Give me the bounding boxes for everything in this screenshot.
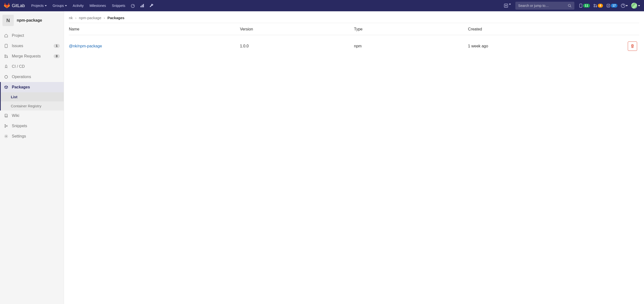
- svg-point-14: [5, 57, 6, 58]
- project-avatar: N: [2, 15, 14, 26]
- sidebar-item-issues[interactable]: Issues 1: [0, 41, 64, 51]
- chevron-right-icon: ›: [75, 16, 76, 20]
- svg-rect-10: [607, 4, 610, 7]
- todos-counter[interactable]: 17: [606, 4, 618, 7]
- project-name: npm-package: [17, 18, 42, 23]
- nav-snippets-label: Snippets: [112, 4, 125, 7]
- sidebar-item-merge-requests[interactable]: Merge Requests 0: [0, 51, 64, 61]
- sidebar-item-packages[interactable]: Packages: [0, 82, 64, 92]
- issues-count-badge: 1: [54, 44, 60, 48]
- chevron-down-icon: [626, 5, 628, 6]
- breadcrumb: nk › npm-package › Packages: [69, 16, 639, 23]
- top-navbar: GitLab Projects Groups Activity Mileston…: [0, 0, 644, 11]
- nav-projects[interactable]: Projects: [29, 2, 49, 9]
- search-icon: [568, 4, 572, 7]
- svg-rect-6: [580, 4, 582, 7]
- book-icon: [4, 114, 8, 118]
- nav-milestones-label: Milestones: [90, 4, 106, 7]
- svg-point-7: [594, 4, 595, 5]
- delete-button[interactable]: [628, 41, 637, 51]
- main-content: nk › npm-package › Packages Name Version…: [64, 11, 644, 304]
- sidebar-item-settings[interactable]: Settings: [0, 131, 64, 142]
- gitlab-logo-icon: [4, 3, 10, 8]
- todos-badge: 17: [611, 4, 618, 7]
- operations-icon: [4, 75, 8, 79]
- package-icon: [4, 85, 8, 89]
- gear-icon: [4, 134, 8, 139]
- col-type: Type: [354, 23, 468, 35]
- svg-point-19: [6, 136, 7, 137]
- admin-wrench-icon[interactable]: [147, 1, 156, 10]
- nav-activity[interactable]: Activity: [70, 2, 86, 9]
- sidebar-item-label: CI / CD: [12, 64, 24, 69]
- sidebar-item-snippets[interactable]: Snippets: [0, 121, 64, 131]
- svg-rect-3: [143, 4, 144, 7]
- sidebar-item-project[interactable]: Project: [0, 30, 64, 41]
- brand-name: GitLab: [12, 3, 25, 8]
- search-input[interactable]: [518, 4, 568, 7]
- breadcrumb-link[interactable]: npm-package: [79, 16, 101, 20]
- primary-nav: Projects Groups Activity Milestones Snip…: [29, 1, 156, 10]
- package-name-link[interactable]: @nk/npm-package: [69, 44, 102, 48]
- avatar: [631, 3, 637, 8]
- package-created: 1 week ago: [468, 35, 582, 57]
- brand[interactable]: GitLab: [4, 3, 25, 8]
- chart-icon[interactable]: [138, 1, 146, 10]
- chevron-right-icon: ›: [104, 16, 105, 20]
- merge-request-icon: [4, 54, 8, 58]
- help-dropdown[interactable]: [621, 3, 628, 8]
- sidebar-subitem-list[interactable]: List: [1, 92, 64, 101]
- table-row: @nk/npm-package 1.0.0 npm 1 week ago: [69, 35, 639, 57]
- chevron-down-icon: [45, 5, 47, 6]
- scissors-icon: [4, 124, 8, 128]
- issues-counter[interactable]: 11: [579, 4, 590, 7]
- svg-point-5: [568, 4, 570, 6]
- breadcrumb-link[interactable]: nk: [69, 16, 73, 20]
- sidebar: N npm-package Project Issues 1 Merge Req…: [0, 11, 64, 304]
- issues-icon: [4, 44, 8, 48]
- svg-point-9: [596, 6, 597, 7]
- user-menu[interactable]: [631, 3, 640, 8]
- sidebar-item-label: Settings: [12, 134, 26, 139]
- new-dropdown[interactable]: [502, 2, 513, 9]
- mr-count-badge: 0: [54, 54, 60, 58]
- chevron-down-icon: [638, 5, 640, 6]
- mr-counter[interactable]: 4: [593, 4, 603, 7]
- svg-rect-2: [142, 5, 143, 7]
- svg-point-15: [7, 57, 8, 58]
- svg-rect-12: [5, 44, 8, 48]
- chevron-down-icon: [509, 4, 511, 5]
- sidebar-item-operations[interactable]: Operations: [0, 72, 64, 82]
- project-header[interactable]: N npm-package: [0, 11, 64, 29]
- sidebar-item-label: Project: [12, 33, 24, 38]
- sidebar-item-wiki[interactable]: Wiki: [0, 111, 64, 121]
- col-created: Created: [468, 23, 582, 35]
- sidebar-item-label: Packages: [12, 85, 30, 89]
- rocket-icon: [4, 64, 8, 69]
- search-box[interactable]: [515, 2, 574, 9]
- nav-milestones[interactable]: Milestones: [87, 2, 108, 9]
- sidebar-subitem-label: Container Registry: [11, 104, 41, 108]
- dashboard-icon[interactable]: [129, 1, 137, 10]
- packages-table: Name Version Type Created @nk/npm-packag…: [69, 23, 639, 57]
- sidebar-item-label: Merge Requests: [12, 54, 40, 58]
- package-version: 1.0.0: [240, 35, 354, 57]
- sidebar-subitem-container-registry[interactable]: Container Registry: [1, 101, 64, 111]
- breadcrumb-current: Packages: [108, 16, 124, 20]
- sidebar-item-label: Issues: [12, 44, 23, 48]
- svg-point-8: [594, 6, 595, 7]
- nav-groups[interactable]: Groups: [50, 2, 69, 9]
- nav-snippets[interactable]: Snippets: [110, 2, 128, 9]
- issues-icon: [579, 4, 583, 7]
- sidebar-item-label: Wiki: [12, 114, 19, 118]
- trash-icon: [630, 44, 634, 48]
- svg-point-18: [5, 127, 6, 128]
- svg-rect-1: [141, 6, 142, 7]
- svg-point-17: [5, 125, 6, 126]
- package-type: npm: [354, 35, 468, 57]
- home-icon: [4, 33, 8, 38]
- nav-groups-label: Groups: [53, 4, 64, 7]
- sidebar-item-cicd[interactable]: CI / CD: [0, 61, 64, 72]
- sidebar-item-label: Snippets: [12, 124, 27, 128]
- sidebar-subitem-label: List: [11, 95, 18, 99]
